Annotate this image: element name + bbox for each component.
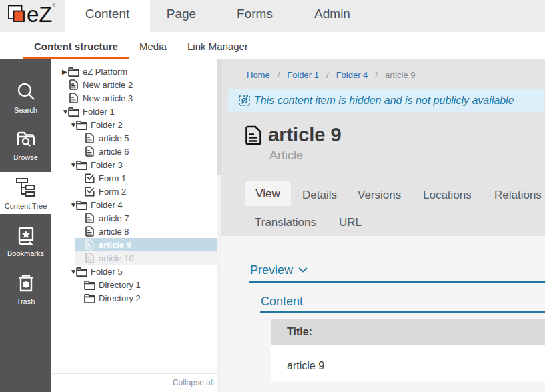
svg-text:eZ: eZ [27,2,53,27]
svg-text:®: ® [53,3,56,7]
